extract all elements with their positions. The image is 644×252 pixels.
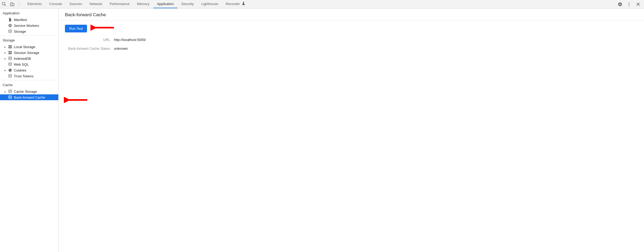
bfcache-status-value: unknown bbox=[114, 47, 638, 51]
page-title: Back-forward Cache bbox=[59, 9, 644, 20]
sidebar-item-bfcache[interactable]: ▸ Back-forward Cache bbox=[0, 94, 58, 100]
sidebar-section-storage: Storage ▸ Local Storage ▸ Session Storag… bbox=[0, 36, 58, 80]
database-icon bbox=[8, 74, 12, 78]
sidebar-item-label: IndexedDB bbox=[14, 57, 31, 61]
sidebar-item-label: Cache Storage bbox=[14, 90, 37, 94]
tab-elements[interactable]: Elements bbox=[24, 0, 46, 8]
svg-point-16 bbox=[9, 62, 12, 64]
svg-rect-11 bbox=[9, 51, 10, 52]
devtools-toolbar: Elements Console Sources Network Perform… bbox=[0, 0, 644, 9]
svg-rect-7 bbox=[9, 45, 10, 47]
sidebar-section-title: Application bbox=[0, 10, 58, 17]
application-sidebar: Application ▸ Manifest ▸ Service Workers… bbox=[0, 9, 59, 252]
svg-rect-10 bbox=[10, 47, 12, 48]
svg-point-24 bbox=[9, 95, 12, 96]
svg-rect-13 bbox=[9, 53, 10, 54]
tab-console[interactable]: Console bbox=[46, 0, 66, 8]
svg-rect-9 bbox=[9, 47, 10, 48]
sidebar-item-websql[interactable]: ▸ Web SQL bbox=[0, 61, 58, 67]
sidebar-item-local-storage[interactable]: ▸ Local Storage bbox=[0, 44, 58, 50]
sidebar-section-application: Application ▸ Manifest ▸ Service Workers… bbox=[0, 9, 58, 36]
inspect-element-icon[interactable] bbox=[2, 2, 7, 7]
disclosure-triangle-icon[interactable]: ▸ bbox=[4, 45, 6, 48]
annotation-arrow-icon bbox=[64, 96, 88, 104]
panel-tabs: Elements Console Sources Network Perform… bbox=[24, 0, 249, 8]
gear-icon bbox=[8, 23, 12, 28]
svg-point-23 bbox=[9, 90, 12, 91]
svg-point-18 bbox=[9, 69, 10, 70]
svg-point-20 bbox=[10, 70, 11, 71]
tab-network[interactable]: Network bbox=[86, 0, 106, 8]
svg-point-22 bbox=[9, 74, 12, 75]
sidebar-item-session-storage[interactable]: ▸ Session Storage bbox=[0, 50, 58, 56]
file-icon bbox=[8, 18, 12, 22]
more-vert-icon[interactable] bbox=[626, 2, 632, 7]
svg-rect-14 bbox=[10, 53, 12, 54]
grid-icon bbox=[8, 45, 12, 49]
run-test-button[interactable]: Run Test bbox=[65, 25, 87, 32]
database-icon bbox=[8, 56, 12, 61]
close-icon[interactable] bbox=[635, 2, 641, 7]
sidebar-item-cookies[interactable]: ▸ Cookies bbox=[0, 67, 58, 73]
tab-sources[interactable]: Sources bbox=[66, 0, 86, 8]
bfcache-status-table: URL http://localhost:5000/ Back-forward … bbox=[65, 38, 638, 51]
grid-icon bbox=[8, 51, 12, 55]
sidebar-section-title: Cache bbox=[0, 81, 58, 89]
tab-lighthouse[interactable]: Lighthouse bbox=[197, 0, 222, 8]
sidebar-item-trust-tokens[interactable]: ▸ Trust Tokens bbox=[0, 73, 58, 79]
sidebar-item-label: Local Storage bbox=[14, 45, 35, 49]
sidebar-item-service-workers[interactable]: ▸ Service Workers bbox=[0, 23, 58, 28]
tab-security[interactable]: Security bbox=[177, 0, 197, 8]
tab-performance[interactable]: Performance bbox=[106, 0, 133, 8]
sidebar-section-title: Storage bbox=[0, 37, 58, 44]
svg-point-3 bbox=[629, 2, 630, 3]
url-label: URL bbox=[65, 38, 110, 42]
svg-point-15 bbox=[9, 57, 12, 58]
sidebar-item-label: Storage bbox=[14, 30, 26, 33]
sidebar-item-label: Service Workers bbox=[14, 24, 39, 28]
sidebar-item-indexeddb[interactable]: ▸ IndexedDB bbox=[0, 56, 58, 61]
sidebar-item-label: Web SQL bbox=[14, 62, 29, 66]
sidebar-item-label: Trust Tokens bbox=[14, 74, 34, 78]
svg-point-5 bbox=[629, 5, 630, 6]
disclosure-triangle-icon[interactable]: ▸ bbox=[4, 51, 6, 54]
svg-rect-8 bbox=[10, 45, 12, 47]
cookie-icon bbox=[8, 68, 12, 72]
tab-memory[interactable]: Memory bbox=[133, 0, 153, 8]
url-value: http://localhost:5000/ bbox=[114, 38, 638, 42]
tab-recorder[interactable]: Recorder bbox=[222, 0, 249, 8]
disclosure-triangle-icon[interactable]: ▸ bbox=[4, 90, 6, 93]
svg-rect-2 bbox=[12, 3, 14, 6]
flask-icon bbox=[241, 1, 246, 6]
database-icon bbox=[8, 62, 12, 66]
database-icon bbox=[8, 29, 12, 33]
settings-gear-icon[interactable] bbox=[617, 2, 623, 7]
sidebar-item-label: Manifest bbox=[14, 18, 27, 22]
sidebar-item-label: Session Storage bbox=[14, 51, 39, 55]
sidebar-item-storage-overview[interactable]: ▸ Storage bbox=[0, 28, 58, 34]
database-icon bbox=[8, 95, 12, 99]
sidebar-item-label: Back-forward Cache bbox=[14, 95, 45, 99]
svg-point-19 bbox=[10, 69, 11, 70]
sidebar-item-cache-storage[interactable]: ▸ Cache Storage bbox=[0, 89, 58, 94]
svg-point-17 bbox=[9, 69, 12, 72]
sidebar-item-manifest[interactable]: ▸ Manifest bbox=[0, 17, 58, 23]
database-icon bbox=[8, 89, 12, 94]
toolbar-separator bbox=[19, 2, 19, 7]
svg-point-6 bbox=[9, 30, 12, 31]
sidebar-section-cache: Cache ▸ Cache Storage ▸ Back-forward Cac… bbox=[0, 80, 58, 102]
disclosure-triangle-icon[interactable]: ▸ bbox=[4, 69, 6, 72]
svg-point-4 bbox=[629, 4, 630, 5]
toggle-device-toolbar-icon[interactable] bbox=[10, 2, 15, 7]
tab-application[interactable]: Application bbox=[153, 0, 178, 8]
main-panel: Back-forward Cache Run Test URL http://l… bbox=[59, 9, 644, 252]
bfcache-status-label: Back-forward Cache Status bbox=[65, 47, 110, 51]
svg-point-21 bbox=[9, 70, 10, 71]
sidebar-item-label: Cookies bbox=[14, 68, 26, 72]
svg-rect-12 bbox=[10, 51, 12, 52]
disclosure-triangle-icon[interactable]: ▸ bbox=[4, 57, 6, 60]
